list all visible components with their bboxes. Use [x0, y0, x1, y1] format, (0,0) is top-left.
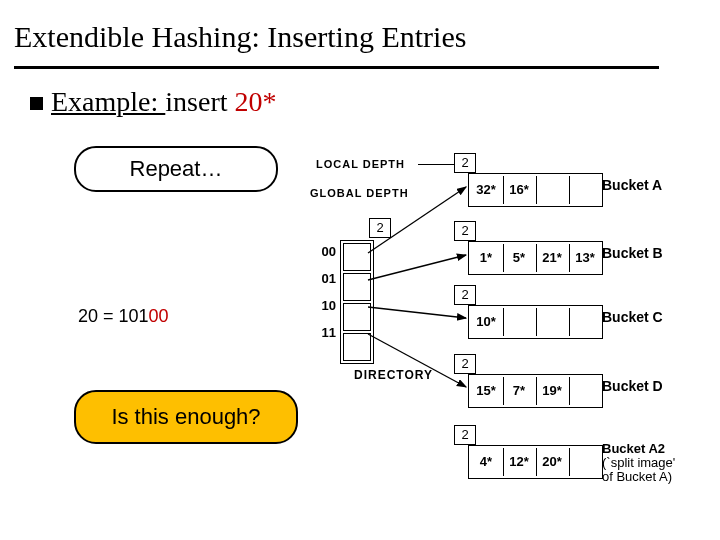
bucket-D: 15* 7* 19*	[468, 374, 603, 408]
local-depth-B: 2	[454, 221, 476, 241]
bucket-C-label: Bucket C	[602, 309, 663, 325]
bucket-C: 10*	[468, 305, 603, 339]
global-depth-label: GLOBAL DEPTH	[310, 187, 409, 199]
bucket-A-cell	[569, 176, 600, 204]
bucket-C-cell	[569, 308, 600, 336]
bucket-D-cell	[569, 377, 600, 405]
callout-repeat: Repeat…	[74, 146, 278, 192]
bucket-C-cell	[536, 308, 567, 336]
bucket-B-cell: 1*	[471, 244, 501, 272]
slide: Extendible Hashing: Inserting Entries Ex…	[0, 0, 720, 540]
bucket-D-label: Bucket D	[602, 378, 663, 394]
bucket-A2-cell: 12*	[503, 448, 534, 476]
bucket-C-cell: 10*	[471, 308, 501, 336]
local-depth-D: 2	[454, 354, 476, 374]
bucket-A2-note: (`split image' of Bucket A)	[602, 455, 675, 484]
bucket-B-cell: 21*	[536, 244, 567, 272]
example-action: insert	[165, 86, 234, 117]
bucket-B: 1* 5* 21* 13*	[468, 241, 603, 275]
local-depth-pointer	[418, 164, 454, 165]
bucket-A-label: Bucket A	[602, 177, 662, 193]
example-prefix: Example:	[51, 86, 165, 117]
bucket-D-cell: 7*	[503, 377, 534, 405]
svg-line-1	[368, 255, 466, 280]
bullet-square-icon	[30, 97, 43, 110]
bucket-A2-name: Bucket A2	[602, 441, 665, 456]
slide-title: Extendible Hashing: Inserting Entries	[14, 20, 466, 54]
local-depth-A2: 2	[454, 425, 476, 445]
dir-entry-11: 11	[314, 325, 336, 340]
svg-line-2	[368, 307, 466, 318]
bucket-D-cell: 15*	[471, 377, 501, 405]
bucket-A2-cell: 20*	[536, 448, 567, 476]
calc-lhs: 20 = 101	[78, 306, 149, 326]
global-depth-box: 2	[369, 218, 391, 238]
bucket-A: 32* 16*	[468, 173, 603, 207]
bucket-A2-cell	[569, 448, 600, 476]
callout-enough: Is this enough?	[74, 390, 298, 444]
bucket-A-cell	[536, 176, 567, 204]
directory-label: DIRECTORY	[354, 368, 433, 382]
bucket-B-label: Bucket B	[602, 245, 663, 261]
bucket-A2-cell: 4*	[471, 448, 501, 476]
bucket-B-cell: 13*	[569, 244, 600, 272]
binary-calc: 20 = 10100	[78, 306, 169, 327]
dir-entry-01: 01	[314, 271, 336, 286]
title-rule	[14, 66, 659, 69]
directory-table	[340, 240, 374, 364]
bucket-A2-label: Bucket A2 (`split image' of Bucket A)	[602, 442, 675, 484]
example-value: 20*	[235, 86, 277, 117]
local-depth-C: 2	[454, 285, 476, 305]
bucket-A2: 4* 12* 20*	[468, 445, 603, 479]
calc-suffix: 00	[149, 306, 169, 326]
dir-entry-00: 00	[314, 244, 336, 259]
bucket-B-cell: 5*	[503, 244, 534, 272]
bucket-A-cell: 32*	[471, 176, 501, 204]
local-depth-label: LOCAL DEPTH	[316, 158, 405, 170]
example-line: Example: insert 20*	[30, 86, 277, 118]
bucket-A-cell: 16*	[503, 176, 534, 204]
dir-entry-10: 10	[314, 298, 336, 313]
local-depth-A: 2	[454, 153, 476, 173]
bucket-D-cell: 19*	[536, 377, 567, 405]
bucket-C-cell	[503, 308, 534, 336]
